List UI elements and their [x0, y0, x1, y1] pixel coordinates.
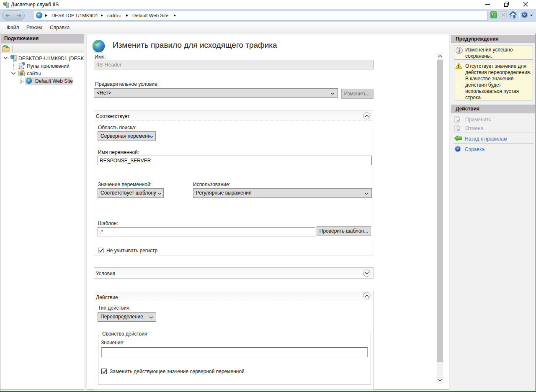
svg-text:?: ?	[523, 13, 526, 17]
svg-text:?: ?	[456, 147, 459, 151]
